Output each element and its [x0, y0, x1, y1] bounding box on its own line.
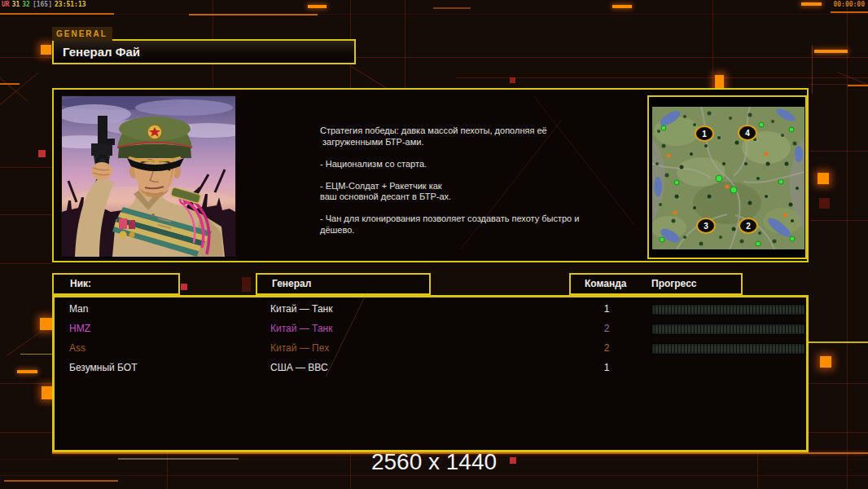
circuit-line [0, 475, 868, 476]
strategy-line: - ЕЦМ-Солдат + Ракетчик как [320, 181, 601, 192]
player-team: 2 [594, 319, 619, 338]
red-square [38, 150, 46, 157]
start-position-number: 1 [702, 130, 707, 139]
strategy-text: Стратегия победы: давка массой пехоты, д… [320, 126, 601, 236]
minimap-image: 1 4 3 2 [652, 107, 804, 249]
player-general: Китай — Танк [270, 299, 332, 319]
debug-overlay: UR3132[165]23:51:13 [2, 1, 89, 8]
start-position-marker: 3 [697, 218, 715, 233]
roster-row: HMZ Китай — Танк 2 [55, 319, 806, 338]
accent-dash [612, 5, 632, 8]
red-square [181, 284, 187, 290]
player-general: США — ВВС [270, 358, 328, 377]
circuit-line [847, 0, 848, 489]
start-position-marker: 2 [739, 218, 757, 233]
strategy-line [320, 170, 601, 181]
circuit-diagonal [7, 328, 47, 356]
general-info-panel: Стратегия победы: давка массой пехоты, д… [52, 88, 809, 262]
column-header-general: Генерал [256, 273, 431, 295]
general-portrait-image [62, 96, 235, 257]
strategy-line [320, 148, 601, 159]
circuit-diagonal [0, 77, 28, 102]
accent-line [433, 7, 471, 9]
general-tab[interactable]: GENERAL [52, 27, 112, 41]
accent-line [831, 11, 868, 13]
player-nick: HMZ [69, 319, 90, 338]
circuit-line [405, 0, 406, 88]
glow-square [818, 173, 829, 184]
circuit-line [712, 0, 713, 88]
accent-line [189, 14, 318, 15]
player-nick: Ass [69, 338, 85, 358]
player-team: 1 [594, 358, 619, 377]
strategy-line: дёшево. [320, 225, 601, 236]
circuit-diagonal [0, 73, 37, 105]
match-timer: 00:00:00 [833, 1, 865, 8]
accent-line [848, 85, 868, 86]
start-position-number: 3 [704, 222, 708, 231]
start-position-marker: 1 [695, 126, 713, 141]
start-position-marker: 4 [739, 126, 756, 140]
strategy-line: Стратегия победы: давка массой пехоты, д… [320, 126, 601, 137]
general-portrait [61, 95, 236, 259]
general-title: Генерал Фай [63, 41, 140, 63]
start-position-number: 2 [746, 222, 751, 231]
red-square [819, 198, 830, 209]
circuit-line [0, 214, 52, 215]
circuit-line [0, 14, 868, 15]
player-general: Китай — Танк [270, 319, 332, 338]
start-position-number: 4 [745, 129, 750, 138]
column-header-team-label: Команда [585, 275, 626, 293]
accent-dash [801, 2, 822, 6]
column-header-nick: Ник: [52, 273, 180, 295]
resolution-label: 2560 x 1440 [0, 449, 868, 475]
strategy-line: - Национализм со старта. [320, 159, 601, 170]
column-header-progress-label: Прогресс [651, 275, 696, 293]
strategy-line: загруженными БТР-ами. [320, 137, 601, 148]
accent-dash [308, 5, 327, 8]
glow-square [820, 356, 831, 368]
roster-row: Безумный БОТ США — ВВС 1 [55, 358, 806, 377]
player-progress-bar [651, 324, 805, 335]
column-header-general-label: Генерал [272, 275, 311, 293]
accent-line [0, 83, 20, 85]
debug-segment: 31 [12, 1, 20, 8]
column-header-team-progress: Команда Прогресс [569, 273, 743, 295]
circuit-line [810, 220, 868, 221]
roster-row: Man Китай — Танк 1 [55, 299, 806, 319]
player-team: 1 [594, 299, 619, 319]
debug-segment: [165] [33, 1, 52, 8]
circuit-line [0, 263, 52, 264]
accent-dash [17, 370, 37, 373]
strategy-line: - Чан для клонирования позволяет создава… [320, 214, 601, 225]
roster-row: Ass Китай — Пех 2 [55, 338, 806, 358]
accent-line [806, 341, 868, 343]
strategy-line: ваш основной десант в БТР-ах. [320, 192, 601, 203]
player-nick: Безумный БОТ [69, 358, 137, 377]
circuit-line [810, 151, 868, 152]
player-progress-bar [651, 343, 805, 355]
red-square [242, 277, 251, 292]
debug-segment: 32 [22, 1, 30, 8]
column-header-nick-label: Ник: [70, 275, 91, 293]
player-general: Китай — Пех [270, 338, 329, 358]
player-team: 2 [594, 338, 619, 358]
player-roster: Man Китай — Танк 1 HMZ Китай — Танк 2 As… [52, 295, 809, 452]
circuit-line [812, 45, 813, 94]
general-title-box: Генерал Фай [52, 39, 356, 64]
minimap: 1 4 3 2 [647, 95, 807, 259]
player-nick: Man [69, 299, 88, 319]
debug-segment: 23:51:13 [55, 1, 86, 8]
player-progress-bar [651, 304, 805, 315]
accent-line [0, 13, 114, 15]
glow-square [41, 45, 51, 55]
circuit-line [0, 167, 52, 168]
glow-square [40, 318, 52, 330]
footer-line [4, 480, 118, 482]
strategy-line [320, 203, 601, 214]
circuit-line [456, 77, 868, 78]
red-square [510, 77, 515, 83]
accent-dash [814, 50, 848, 53]
debug-segment: UR [2, 1, 10, 8]
